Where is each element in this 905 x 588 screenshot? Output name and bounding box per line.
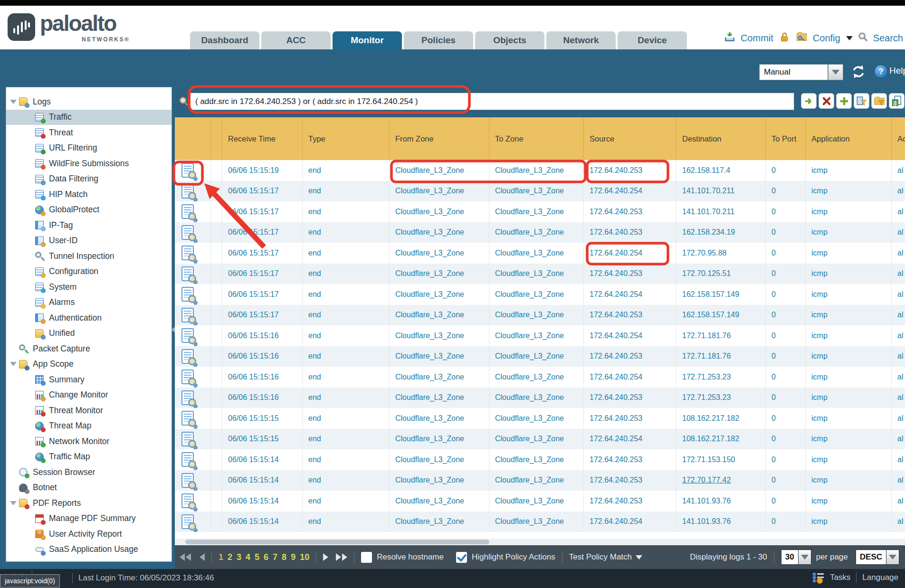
tasks-icon[interactable]	[813, 572, 824, 583]
page-number-9[interactable]: 9	[291, 552, 295, 562]
help-label[interactable]: Help	[889, 66, 905, 76]
sidebar-item-configuration[interactable]: Configuration	[6, 264, 171, 280]
per-page-select[interactable]: 30	[781, 550, 811, 565]
log-detail-icon[interactable]	[181, 308, 194, 322]
clear-filter-icon[interactable]	[819, 93, 834, 109]
commit-icon[interactable]	[724, 31, 736, 46]
sidebar-item-manage-pdf-summary[interactable]: Manage PDF Summary	[6, 511, 171, 527]
apply-filter-icon[interactable]	[801, 93, 817, 109]
column-header-application[interactable]: Application	[806, 117, 892, 160]
next-page-icon[interactable]	[323, 553, 328, 561]
sidebar-item-globalprotect[interactable]: GlobalProtect	[6, 202, 171, 218]
horizontal-scrollbar[interactable]	[175, 539, 905, 545]
column-header-ac[interactable]: Ac	[892, 117, 905, 160]
page-number-7[interactable]: 7	[273, 552, 277, 562]
scrollbar-thumb[interactable]	[185, 540, 489, 544]
sidebar-item-threat-monitor[interactable]: Threat Monitor	[6, 403, 171, 418]
log-detail-icon[interactable]	[181, 349, 194, 364]
sidebar-item-threat-map[interactable]: Threat Map	[6, 418, 171, 434]
search-icon[interactable]	[857, 31, 868, 45]
refresh-icon[interactable]	[850, 64, 867, 82]
tab-policies[interactable]: Policies	[404, 31, 473, 49]
page-number-6[interactable]: 6	[264, 552, 268, 562]
page-number-4[interactable]: 4	[246, 552, 250, 562]
sidebar-item-pdf-reports[interactable]: PDF Reports	[6, 495, 171, 511]
refresh-mode-caret-icon[interactable]	[828, 64, 843, 80]
log-detail-icon[interactable]	[181, 411, 194, 426]
prev-page-icon[interactable]	[200, 553, 205, 561]
column-header-from-zone[interactable]: From Zone	[390, 117, 489, 160]
sidebar-item-app-scope[interactable]: App Scope	[6, 357, 171, 372]
sidebar-item-packet-capture[interactable]: Packet Capture	[6, 341, 171, 357]
sidebar-item-traffic[interactable]: Traffic	[6, 110, 171, 125]
sidebar-item-user-activity-report[interactable]: User Activity Report	[6, 526, 171, 542]
sidebar-item-url-filtering[interactable]: URL Filtering	[6, 141, 171, 156]
per-page-caret-icon[interactable]	[799, 550, 811, 565]
log-detail-icon[interactable]	[181, 473, 194, 488]
sidebar-item-change-monitor[interactable]: Change Monitor	[6, 388, 171, 403]
column-header-source[interactable]: Source	[584, 117, 676, 160]
sidebar-item-system[interactable]: System	[6, 279, 171, 295]
log-detail-icon[interactable]	[181, 514, 194, 529]
tab-monitor[interactable]: Monitor	[333, 31, 402, 49]
first-page-icon[interactable]	[180, 553, 191, 561]
per-page-value[interactable]: 30	[781, 550, 799, 565]
sidebar-item-traffic-map[interactable]: Traffic Map	[6, 449, 171, 465]
log-detail-icon[interactable]	[181, 163, 194, 178]
tasks-button[interactable]: Tasks	[830, 573, 850, 582]
sidebar-item-saas-application-usage[interactable]: SaaS Application Usage	[6, 542, 171, 558]
tab-network[interactable]: Network	[546, 31, 616, 49]
log-detail-icon[interactable]	[181, 432, 194, 446]
sidebar-item-threat[interactable]: Threat	[6, 125, 171, 141]
sidebar-item-logs[interactable]: Logs	[6, 94, 171, 110]
search-button[interactable]: Search	[873, 33, 903, 44]
sidebar-item-user-id[interactable]: User-ID	[6, 233, 171, 249]
log-detail-icon[interactable]	[181, 225, 194, 240]
log-detail-icon[interactable]	[181, 328, 194, 343]
sidebar-item-alarms[interactable]: Alarms	[6, 295, 171, 311]
language-button[interactable]: Language	[862, 573, 898, 582]
resolve-hostname-checkbox[interactable]	[361, 552, 372, 563]
config-caret-icon[interactable]	[846, 36, 853, 40]
last-page-icon[interactable]	[336, 553, 347, 561]
test-policy-caret-icon[interactable]	[636, 555, 642, 560]
log-filter-input[interactable]	[190, 93, 794, 110]
log-detail-icon[interactable]	[181, 452, 194, 467]
page-number-1[interactable]: 1	[219, 552, 223, 562]
highlight-policy-checkbox[interactable]	[456, 552, 467, 563]
export-icon[interactable]	[889, 93, 905, 109]
log-detail-icon[interactable]	[181, 370, 194, 384]
log-detail-icon[interactable]	[181, 246, 194, 260]
tab-device[interactable]: Device	[618, 31, 687, 49]
sort-order-select[interactable]: DESC	[856, 550, 899, 565]
test-policy-match-button[interactable]: Test Policy Match	[569, 552, 632, 562]
refresh-mode-select[interactable]: Manual	[759, 64, 828, 80]
sidebar-item-hip-match[interactable]: HIP Match	[6, 187, 171, 202]
lock-icon[interactable]	[778, 31, 791, 46]
cell-text[interactable]: 172.70.177.42	[682, 476, 731, 484]
sort-order-value[interactable]: DESC	[856, 550, 886, 565]
column-header-receive-time[interactable]: Receive Time	[222, 117, 303, 160]
add-filter-icon[interactable]	[836, 93, 852, 109]
tab-dashboard[interactable]: Dashboard	[190, 31, 259, 49]
column-header-destination[interactable]: Destination	[676, 117, 766, 160]
sidebar-item-wildfire-submissions[interactable]: WildFire Submissions	[6, 156, 171, 171]
tab-objects[interactable]: Objects	[475, 31, 544, 49]
sidebar-item-botnet[interactable]: Botnet	[6, 480, 171, 496]
load-filter-icon[interactable]	[871, 93, 887, 109]
log-detail-icon[interactable]	[181, 266, 194, 281]
column-header-to-zone[interactable]: To Zone	[489, 117, 584, 160]
sidebar-item-unified[interactable]: Unified	[6, 326, 171, 341]
sidebar-item-summary[interactable]: Summary	[6, 372, 171, 388]
sidebar-item-tunnel-inspection[interactable]: Tunnel Inspection	[6, 248, 171, 264]
expand-caret-icon[interactable]	[10, 501, 17, 505]
config-button[interactable]: Config	[813, 33, 840, 44]
log-detail-icon[interactable]	[181, 493, 194, 508]
sidebar-item-network-monitor[interactable]: Network Monitor	[6, 434, 171, 449]
column-header-blank[interactable]	[211, 117, 222, 160]
page-number-8[interactable]: 8	[282, 552, 286, 562]
column-header-blank[interactable]	[175, 117, 211, 160]
log-detail-icon[interactable]	[181, 287, 194, 302]
tab-acc[interactable]: ACC	[261, 31, 331, 49]
page-number-5[interactable]: 5	[255, 552, 259, 562]
